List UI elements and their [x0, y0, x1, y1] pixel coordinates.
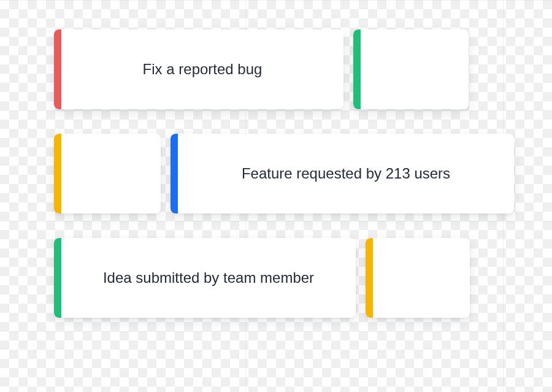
task-card-secondary[interactable] [353, 29, 469, 109]
task-card-secondary[interactable] [366, 238, 470, 318]
priority-stripe [353, 29, 361, 109]
priority-stripe [171, 134, 178, 213]
card-canvas: Fix a reported bug Feature requested by … [0, 0, 552, 392]
priority-stripe [54, 238, 61, 318]
task-card-feature[interactable]: Feature requested by 213 users [171, 134, 514, 213]
priority-stripe [54, 134, 61, 213]
priority-stripe [54, 29, 61, 109]
task-label: Fix a reported bug [61, 61, 343, 78]
task-label: Feature requested by 213 users [178, 165, 514, 182]
task-card-secondary[interactable] [54, 134, 161, 213]
task-card-idea[interactable]: Idea submitted by team member [54, 238, 356, 318]
task-label: Idea submitted by team member [61, 269, 356, 286]
priority-stripe [366, 238, 373, 318]
task-card-bug[interactable]: Fix a reported bug [54, 29, 343, 109]
